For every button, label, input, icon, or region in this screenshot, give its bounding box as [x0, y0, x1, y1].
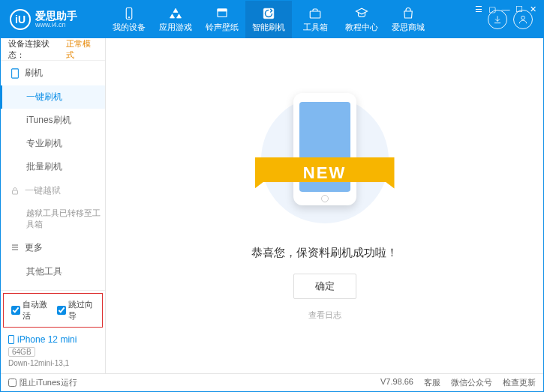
statusbar-right: V7.98.66 客服 微信公众号 检查更新	[380, 377, 536, 388]
svg-rect-7	[12, 68, 19, 77]
auto-activate-input[interactable]	[11, 306, 20, 315]
nav-label: 应用游戏	[159, 22, 192, 33]
phone-icon	[10, 68, 20, 79]
nav-ringtones[interactable]: 铃声壁纸	[199, 1, 245, 38]
phone-graphic	[293, 93, 356, 205]
nav-apps-games[interactable]: 应用游戏	[152, 1, 199, 38]
nav-smart-flash[interactable]: 智能刷机	[245, 1, 292, 38]
sidebar: 设备连接状态： 正常模式 刷机 一键刷机 iTunes刷机 专业刷机 批量刷机 …	[1, 38, 106, 373]
device-name: iPhone 12 mini	[17, 334, 77, 345]
window-controls: ☰ ▢ ― ☐ ✕	[473, 4, 539, 14]
sidebar-item-download-firmware[interactable]: 下载固件	[1, 283, 105, 290]
group-flash[interactable]: 刷机	[1, 61, 105, 85]
nav-store[interactable]: 爱思商城	[385, 1, 431, 38]
tutorial-icon	[354, 7, 369, 20]
storage-badge: 64GB	[8, 347, 35, 357]
nav-label: 教程中心	[345, 22, 378, 33]
svg-rect-5	[310, 11, 320, 18]
checkbox-skip-guide[interactable]: 跳过向导	[57, 299, 95, 322]
support-link[interactable]: 客服	[424, 377, 440, 388]
svg-rect-8	[13, 190, 18, 194]
flash-icon	[261, 7, 276, 20]
svg-point-6	[521, 16, 525, 19]
close-button[interactable]: ✕	[527, 4, 539, 14]
block-itunes-input[interactable]	[8, 379, 17, 387]
toolbox-icon	[308, 7, 323, 20]
jailbreak-note: 越狱工具已转移至工具箱	[1, 203, 105, 235]
skip-guide-input[interactable]	[57, 306, 66, 315]
app-name: 爱思助手	[35, 10, 77, 21]
svg-rect-3	[218, 9, 227, 11]
block-itunes-checkbox[interactable]: 阻止iTunes运行	[8, 377, 77, 388]
menu-icon[interactable]: ☰	[473, 4, 485, 14]
lock-icon	[10, 186, 20, 196]
group-label: 刷机	[25, 67, 43, 79]
sidebar-item-itunes-flash[interactable]: iTunes刷机	[1, 109, 105, 132]
device-model: Down-12mini-13,1	[8, 359, 98, 367]
sidebar-item-batch-flash[interactable]: 批量刷机	[1, 155, 105, 178]
sidebar-item-other-tools[interactable]: 其他工具	[1, 260, 105, 283]
app-window: iU 爱思助手 www.i4.cn 我的设备 应用游戏 铃声壁纸 智能刷机	[0, 0, 544, 392]
group-label: 更多	[25, 241, 43, 254]
nav-tutorials[interactable]: 教程中心	[338, 1, 385, 38]
app-url: www.i4.cn	[35, 21, 77, 28]
svg-point-1	[128, 16, 130, 18]
device-icon	[122, 7, 137, 20]
body: 设备连接状态： 正常模式 刷机 一键刷机 iTunes刷机 专业刷机 批量刷机 …	[1, 38, 543, 373]
group-more[interactable]: 更多	[1, 235, 105, 260]
store-icon	[401, 7, 416, 20]
apps-icon	[168, 7, 183, 20]
checkbox-label: 自动激活	[23, 299, 50, 322]
group-label: 一键越狱	[25, 184, 61, 197]
maximize-button[interactable]: ☐	[513, 4, 525, 14]
view-log-link[interactable]: 查看日志	[308, 310, 341, 321]
nav-label: 铃声壁纸	[206, 22, 239, 33]
nav-toolbox[interactable]: 工具箱	[292, 1, 338, 38]
check-update-link[interactable]: 检查更新	[503, 377, 536, 388]
success-message: 恭喜您，保资料刷机成功啦！	[251, 246, 398, 260]
checkbox-label: 阻止iTunes运行	[20, 377, 77, 388]
connection-label: 设备连接状态：	[8, 38, 63, 61]
titlebar: iU 爱思助手 www.i4.cn 我的设备 应用游戏 铃声壁纸 智能刷机	[1, 1, 543, 38]
wechat-link[interactable]: 微信公众号	[451, 377, 492, 388]
list-icon	[10, 242, 20, 253]
nav-label: 爱思商城	[392, 22, 425, 33]
connection-mode: 正常模式	[66, 38, 98, 61]
phone-icon	[8, 335, 14, 344]
device-name-row: iPhone 12 mini	[8, 334, 98, 345]
logo-block: iU 爱思助手 www.i4.cn	[1, 9, 106, 30]
main-nav: 我的设备 应用游戏 铃声壁纸 智能刷机 工具箱 教程中心	[106, 1, 477, 38]
sidebar-scroll[interactable]: 刷机 一键刷机 iTunes刷机 专业刷机 批量刷机 一键越狱 越狱工具已转移至…	[1, 61, 105, 290]
connection-status: 设备连接状态： 正常模式	[1, 38, 105, 61]
ok-button[interactable]: 确定	[293, 274, 356, 299]
minimize-button[interactable]: ―	[500, 4, 512, 14]
nav-label: 我的设备	[113, 22, 146, 33]
nav-label: 工具箱	[303, 22, 328, 33]
group-jailbreak: 一键越狱	[1, 178, 105, 203]
device-block[interactable]: iPhone 12 mini 64GB Down-12mini-13,1	[1, 330, 105, 373]
checkbox-label: 跳过向导	[68, 299, 95, 322]
statusbar: 阻止iTunes运行 V7.98.66 客服 微信公众号 检查更新	[1, 373, 543, 391]
skin-icon[interactable]: ▢	[486, 4, 498, 14]
sidebar-item-oneclick-flash[interactable]: 一键刷机	[1, 85, 105, 109]
nav-label: 智能刷机	[252, 22, 285, 33]
version-label: V7.98.66	[380, 377, 413, 388]
logo-icon: iU	[10, 9, 31, 30]
options-row: 自动激活 跳过向导	[3, 293, 103, 328]
nav-my-device[interactable]: 我的设备	[106, 1, 152, 38]
sidebar-footer: 自动激活 跳过向导 iPhone 12 mini 64GB Down-12min…	[1, 290, 105, 373]
main-panel: NEW 恭喜您，保资料刷机成功啦！ 确定 查看日志	[106, 38, 543, 373]
wallpaper-icon	[215, 7, 230, 20]
success-illustration: NEW	[261, 91, 389, 234]
checkbox-auto-activate[interactable]: 自动激活	[11, 299, 50, 322]
sidebar-item-pro-flash[interactable]: 专业刷机	[1, 132, 105, 155]
